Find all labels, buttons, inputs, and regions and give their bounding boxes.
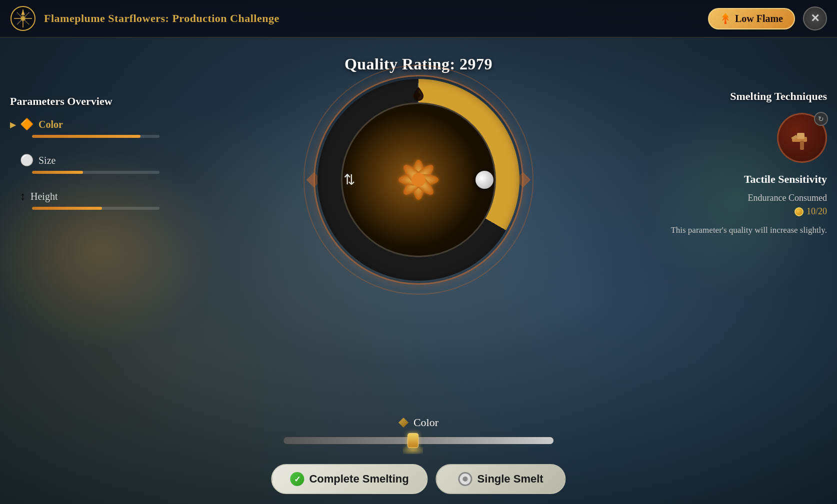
slider-label-text: Color <box>414 416 438 429</box>
endurance-number: 10/20 <box>806 206 827 217</box>
parameters-panel: Parameters Overview ▶ 🔶 Color ▶ ⚪ Size <box>10 95 170 226</box>
height-bar-track[interactable] <box>32 207 160 210</box>
color-icon: 🔶 <box>20 118 34 131</box>
slider-fill <box>284 437 413 444</box>
technique-name: Tactile Sensitivity <box>657 173 827 186</box>
game-logo <box>10 5 36 31</box>
complete-label: Complete Smelting <box>309 473 408 486</box>
color-bar-fill <box>32 135 140 138</box>
slider-thumb[interactable] <box>408 433 418 448</box>
size-control-circle[interactable] <box>476 171 494 189</box>
flower-svg <box>378 140 458 220</box>
height-icon: ↕ <box>20 190 26 203</box>
technique-icon: ↻ <box>777 113 827 163</box>
svg-rect-13 <box>797 133 804 139</box>
close-button[interactable]: ✕ <box>803 6 827 30</box>
size-icon: ⚪ <box>20 154 34 167</box>
circle-icon <box>458 472 472 486</box>
param-color-label: Color <box>38 119 78 130</box>
inner-dot <box>463 477 468 482</box>
close-icon: ✕ <box>810 12 820 25</box>
slider-label-row: Color <box>284 416 554 429</box>
size-bar-fill <box>32 171 83 174</box>
param-color: ▶ 🔶 Color <box>10 118 170 138</box>
endurance-coin-icon <box>794 207 804 216</box>
refresh-badge: ↻ <box>814 112 828 126</box>
smelting-techniques-panel: Smelting Techniques ↻ Tactile Sensitivit… <box>657 90 827 237</box>
color-drop-icon: ◆ <box>410 85 428 106</box>
slider-diamond-icon <box>398 418 408 428</box>
technique-description: This parameter's quality will increase s… <box>657 224 827 237</box>
top-bar: Flameplume Starflowers: Production Chall… <box>0 0 837 37</box>
param-size: ▶ ⚪ Size <box>10 154 170 174</box>
central-wheel[interactable]: ◆ ⇅ <box>314 75 524 285</box>
svg-text:◆: ◆ <box>416 91 422 98</box>
techniques-title: Smelting Techniques <box>657 90 827 103</box>
slider-glow <box>403 447 423 454</box>
param-height: ▶ ↕ Height <box>10 190 170 210</box>
endurance-value: 10/20 <box>657 206 827 217</box>
flame-label: Low Flame <box>735 13 783 24</box>
height-control-arrows[interactable]: ⇅ <box>344 173 355 187</box>
height-bar-fill <box>32 207 102 210</box>
size-bar-track[interactable] <box>32 171 160 174</box>
color-bar-track[interactable] <box>32 135 160 138</box>
svg-point-10 <box>412 173 426 187</box>
color-slider-track[interactable] <box>284 437 554 444</box>
check-icon: ✓ <box>290 472 304 486</box>
svg-rect-14 <box>800 141 804 150</box>
flame-icon <box>720 13 731 24</box>
complete-smelting-button[interactable]: ✓ Complete Smelting <box>271 464 428 494</box>
parameters-title: Parameters Overview <box>10 95 170 108</box>
endurance-label: Endurance Consumed <box>657 193 827 203</box>
param-arrow-color: ▶ <box>10 120 16 129</box>
param-size-label: Size <box>38 155 78 166</box>
param-height-label: Height <box>30 191 70 202</box>
page-title: Flameplume Starflowers: Production Chall… <box>44 12 708 25</box>
single-label: Single Smelt <box>478 473 544 486</box>
bottom-buttons: ✓ Complete Smelting Single Smelt <box>271 464 566 494</box>
color-slider-section: Color <box>284 416 554 444</box>
flame-button[interactable]: Low Flame <box>708 8 795 29</box>
single-smelt-button[interactable]: Single Smelt <box>436 464 566 494</box>
svg-point-1 <box>20 16 26 21</box>
